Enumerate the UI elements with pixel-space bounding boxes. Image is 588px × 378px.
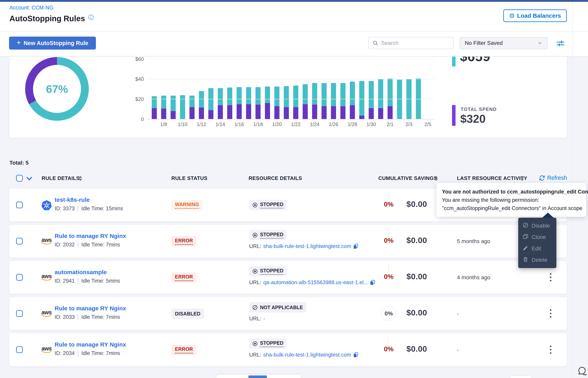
resource-url-link[interactable]: sha-bulk-rule-test-1.lightwingtest.com: [263, 243, 351, 249]
x-axis-tick-label: 2/5: [418, 122, 437, 127]
pagination-bar[interactable]: [216, 375, 301, 378]
total-spend-swatch: [452, 105, 456, 126]
table-row: awsRule to manage RY NginxID: 2034Idle T…: [9, 333, 567, 366]
resource-state-badge: NOT APPLICABLE: [249, 302, 306, 312]
filter-sliders-icon: [556, 39, 565, 48]
stacked-bar: [359, 57, 364, 119]
y-axis-tick-label: $40: [123, 76, 144, 82]
copy-icon[interactable]: [370, 280, 375, 285]
rule-name-link[interactable]: Rule to manage RY Nginx: [55, 341, 126, 348]
sort-icon[interactable]: [434, 176, 438, 181]
load-balancers-button[interactable]: ⚙ Load Balancers: [503, 9, 567, 22]
resource-state-badge: STOPPED: [249, 266, 287, 276]
savings-amount: $0.00: [406, 344, 427, 354]
delete-icon: [523, 256, 528, 264]
resource-state-badge: STOPPED: [249, 230, 287, 240]
gear-icon: ⚙: [509, 12, 515, 19]
tooltip-line: You are missing the following permission…: [442, 196, 581, 204]
row-options-kebab-icon[interactable]: [546, 343, 555, 356]
column-cumulative-savings[interactable]: CUMULATIVE SAVINGS: [378, 175, 437, 181]
aws-icon: aws: [41, 347, 52, 354]
resource-state-badge: STOPPED: [249, 338, 287, 349]
context-menu-item-delete[interactable]: Delete: [518, 254, 556, 266]
stacked-bar: [152, 57, 157, 119]
new-autostopping-rule-button[interactable]: + New AutoStopping Rule: [9, 37, 96, 50]
info-icon[interactable]: ⓘ: [88, 14, 94, 21]
row-checkbox[interactable]: [16, 274, 23, 281]
stacked-bar: [378, 57, 383, 119]
stacked-bar: [331, 57, 336, 119]
resource-state-badge: STOPPED: [249, 200, 287, 210]
table-row: awsRule to manage RY NginxID: 2032Idle T…: [9, 225, 567, 258]
active-page-button[interactable]: [248, 376, 267, 378]
tooltip-line: "ccm_autoStoppingRule_edit Connectors" i…: [442, 204, 581, 212]
search-input[interactable]: [381, 40, 446, 46]
x-axis-tick-label: 1/28: [343, 122, 362, 127]
total-spend-value: $320: [460, 112, 486, 125]
account-breadcrumb[interactable]: Account: CCM-NG: [9, 5, 53, 11]
rule-name-link[interactable]: Rule to manage RY Nginx: [55, 233, 126, 239]
y-axis-tick-label: $20: [123, 96, 144, 102]
stacked-bar: [406, 57, 411, 119]
select-all-checkbox[interactable]: [16, 175, 23, 182]
savings-amount: $0.00: [406, 272, 427, 281]
last-activity: 5 months ago: [457, 238, 490, 244]
sort-icon[interactable]: [520, 176, 524, 181]
savings-percent-gauge: 0%: [381, 306, 396, 321]
context-menu-item-clone[interactable]: Clone: [518, 231, 556, 243]
refresh-button[interactable]: Refresh: [539, 175, 567, 181]
sort-icon[interactable]: [79, 176, 82, 181]
row-checkbox[interactable]: [16, 310, 23, 317]
stacked-bar: [227, 57, 232, 119]
x-axis-tick-label: 1/24: [305, 122, 324, 127]
x-axis-tick-label: 1/22: [286, 122, 305, 127]
resource-url-line: URL: sha-bulk-rule-test-1.lightwingtest.…: [249, 243, 358, 249]
not-applicable-icon: [252, 305, 258, 310]
chevron-down-icon: [537, 40, 542, 46]
stopped-icon: [252, 202, 258, 208]
resource-url-link[interactable]: qa-automation-alb-515563988.us-east-1.el…: [263, 280, 368, 285]
stacked-bar: [284, 57, 289, 119]
select-menu-chevron-icon[interactable]: [26, 176, 33, 182]
resource-url-link[interactable]: -: [263, 316, 265, 322]
savings-percent: 0%: [369, 237, 408, 244]
resource-url-link[interactable]: sha-bulk-rule-test-1.lightwingtest.com: [263, 352, 351, 358]
row-options-kebab-icon[interactable]: [546, 307, 555, 320]
row-checkbox[interactable]: [16, 346, 23, 353]
column-last-resource-activity[interactable]: LAST RESOURCE ACTIVITY: [457, 175, 527, 181]
context-menu-item-edit[interactable]: Edit: [518, 243, 556, 254]
total-savings-value: $659: [460, 57, 490, 64]
saved-filter-select[interactable]: No Filter Saved: [460, 37, 548, 49]
stacked-bar: [274, 57, 280, 119]
filter-sliders-button[interactable]: [555, 39, 566, 48]
savings-amount: $0.00: [406, 200, 427, 209]
bar-plot: [146, 57, 443, 119]
aws-icon: aws: [41, 274, 52, 281]
total-spend-label: TOTAL SPEND: [461, 107, 497, 112]
bottom-cutoff-button[interactable]: [510, 376, 532, 378]
savings-percent: 0%: [369, 273, 408, 281]
copy-icon[interactable]: [353, 244, 358, 249]
summary-card: 67% 0$20$40$601/81/101/121/141/161/181/2…: [9, 57, 567, 138]
x-axis-tick-label: 1/18: [249, 122, 268, 127]
column-rule-details[interactable]: RULE DETAILS: [42, 175, 80, 181]
resource-url-line: URL: -: [249, 316, 265, 322]
x-axis-tick-label: 2/3: [399, 122, 418, 127]
stacked-bar: [312, 57, 317, 119]
x-axis-tick-label: 1/12: [192, 122, 211, 127]
stacked-bar: [246, 57, 251, 119]
copy-icon[interactable]: [353, 352, 358, 358]
rule-name-link[interactable]: Rule to manage RY Nginx: [55, 305, 126, 312]
row-checkbox[interactable]: [16, 202, 23, 208]
x-axis-tick-label: 1/8: [154, 122, 173, 127]
chat-help-icon[interactable]: [577, 366, 587, 377]
rule-name-link[interactable]: automationsample: [55, 269, 107, 276]
context-menu-item-disable[interactable]: Disable: [518, 220, 556, 231]
rule-name-link[interactable]: test-k8s-rule: [55, 196, 89, 203]
aws-icon: aws: [41, 310, 52, 317]
row-checkbox[interactable]: [16, 238, 23, 244]
x-axis-tick-label: 1/16: [230, 122, 249, 127]
row-options-kebab-icon[interactable]: [546, 271, 555, 284]
rule-status-badge: ERROR: [171, 345, 196, 355]
savings-percent: 0%: [369, 345, 408, 353]
